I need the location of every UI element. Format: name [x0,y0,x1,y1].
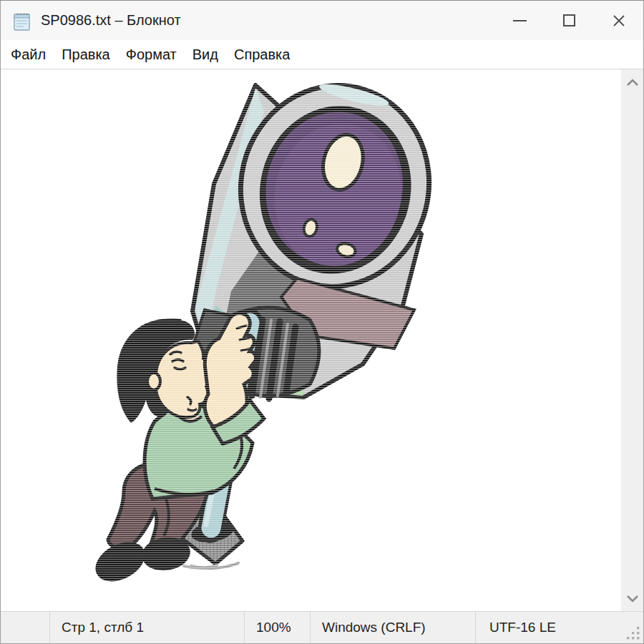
scroll-up-button[interactable] [621,69,643,95]
status-zoom-level: 100% [244,612,310,643]
telescope-cartoon [1,69,621,611]
status-empty-cell [1,612,49,643]
minimize-button[interactable] [495,1,545,40]
menu-bar: Файл Правка Формат Вид Справка [1,40,643,69]
title-bar[interactable]: SP0986.txt – Блокнот [1,1,643,40]
scroll-down-button[interactable] [621,585,643,611]
notepad-icon[interactable] [11,10,33,31]
notepad-window: SP0986.txt – Блокнот Файл Правка Формат … [0,0,644,644]
maximize-button[interactable] [545,1,594,40]
status-bar: Стр 1, стлб 1 100% Windows (CRLF) UTF-16… [1,611,643,643]
resize-grip-icon[interactable] [627,627,641,641]
menu-view[interactable]: Вид [185,40,226,69]
menu-help[interactable]: Справка [226,40,298,69]
chevron-down-icon [626,595,639,602]
text-area[interactable] [1,69,643,611]
menu-file[interactable]: Файл [3,40,54,69]
caption-buttons [495,1,643,40]
window-title: SP0986.txt – Блокнот [41,12,181,29]
status-encoding: UTF-16 LE [475,612,643,643]
close-button[interactable] [594,1,643,40]
chevron-up-icon [626,79,639,87]
status-cursor-position: Стр 1, стлб 1 [49,612,244,643]
vertical-scrollbar[interactable] [621,69,643,611]
status-line-ending: Windows (CRLF) [310,612,475,643]
minimize-icon [513,20,527,21]
menu-edit[interactable]: Правка [54,40,118,69]
maximize-icon [563,14,575,26]
close-icon [612,14,626,28]
menu-format[interactable]: Формат [118,40,185,69]
halftone-overlay [87,69,444,599]
